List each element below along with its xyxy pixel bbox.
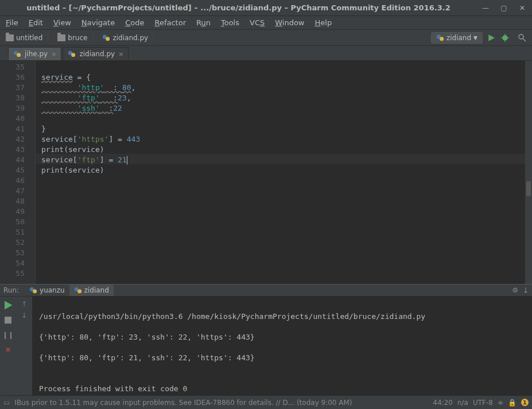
line-number: 50	[0, 217, 25, 227]
line-number: 49	[0, 207, 25, 217]
line-number: 52	[0, 237, 25, 248]
scrollbar-thumb[interactable]	[526, 181, 531, 196]
code-line: 'http' : 80,	[41, 83, 525, 93]
line-number: 37	[0, 83, 25, 93]
window-titlebar: untitled – [~/PycharmProjects/untitled] …	[0, 0, 532, 16]
menu-tools[interactable]: Tools	[219, 17, 242, 28]
line-number: 43	[0, 145, 25, 155]
run-tab-yuanzu[interactable]: yuanzu	[25, 285, 69, 296]
code-line: service = {	[41, 72, 525, 83]
folder-icon	[57, 34, 65, 41]
menu-run[interactable]: Run	[194, 17, 213, 28]
code-line	[41, 114, 525, 124]
chevron-down-icon: ▼	[473, 35, 477, 41]
run-toolbar-left: ❙❙ ✕	[0, 297, 16, 409]
gear-icon[interactable]: ⚙	[512, 286, 518, 294]
line-number: 40	[0, 114, 25, 124]
divider-icon: ≑	[498, 399, 503, 407]
notification-badge[interactable]: 1	[521, 399, 529, 406]
status-na: n/a	[457, 399, 468, 407]
svg-point-1	[106, 37, 110, 41]
run-config-label: zidiand	[446, 34, 471, 42]
code-line: service['ftp'] = 21	[41, 155, 525, 165]
menu-vcs[interactable]: VCS	[247, 17, 267, 28]
up-icon[interactable]: ↑	[21, 300, 27, 308]
svg-point-3	[440, 37, 444, 41]
run-output[interactable]: /usr/local/python3/bin/python3.6 /home/k…	[32, 297, 532, 409]
menu-refactor[interactable]: Refactor	[152, 17, 188, 28]
menu-edit[interactable]: Edit	[26, 17, 45, 28]
run-config-dropdown[interactable]: zidiand ▼	[431, 32, 483, 44]
lock-icon[interactable]: 🔒	[508, 399, 517, 407]
menu-help[interactable]: Help	[313, 17, 335, 28]
code-line: print(service)	[41, 165, 525, 176]
terminal-icon[interactable]: ▭	[3, 399, 10, 407]
navigation-bar: untitled 〉 bruce 〉 zidiand.py 〉 zidiand …	[0, 30, 532, 46]
svg-point-12	[72, 53, 76, 57]
breadcrumb-project-label: untitled	[16, 34, 42, 42]
status-encoding[interactable]: UTF-8	[473, 399, 493, 407]
python-file-icon	[29, 286, 37, 294]
editor-scrollbar[interactable]	[525, 61, 532, 284]
python-file-icon	[74, 286, 82, 294]
output-line: Process finished with exit code 0	[39, 384, 525, 394]
debug-button[interactable]	[500, 33, 510, 43]
code-line: }	[41, 124, 525, 134]
window-title: untitled – [~/PycharmProjects/untitled] …	[5, 3, 472, 12]
status-position[interactable]: 44:20	[433, 399, 453, 407]
run-body: ❙❙ ✕ ↑ ↓ /usr/local/python3/bin/python3.…	[0, 297, 532, 409]
breadcrumb-folder-label: bruce	[68, 34, 87, 42]
pause-icon[interactable]: ❙❙	[3, 330, 13, 340]
close-tab-icon[interactable]: ×	[51, 50, 56, 58]
python-file-icon	[68, 50, 76, 58]
breadcrumb-file-label: zidiand.py	[112, 34, 148, 42]
code-area[interactable]: service = { 'http' : 80, 'ftp' :23, 'ssh…	[36, 61, 525, 284]
output-line: {'http': 80, 'ftp': 21, 'ssh': 22, 'http…	[39, 353, 525, 363]
menu-navigate[interactable]: Navigate	[79, 17, 117, 28]
search-icon[interactable]	[516, 32, 529, 44]
hide-icon[interactable]: ⤓	[523, 286, 529, 294]
line-number: 41	[0, 124, 25, 134]
line-number: 54	[0, 258, 25, 268]
status-message: IBus prior to 1.5.11 may cause input pro…	[14, 399, 428, 407]
tab-label: jihe.py	[25, 50, 48, 58]
python-file-icon	[436, 34, 444, 42]
breadcrumb-folder[interactable]: bruce	[55, 33, 90, 43]
menu-window[interactable]: Window	[273, 17, 306, 28]
close-icon[interactable]: ✕	[3, 345, 13, 355]
line-number: 46	[0, 176, 25, 186]
svg-point-16	[77, 289, 81, 293]
breadcrumb-file[interactable]: zidiand.py	[100, 33, 150, 43]
python-file-icon	[13, 50, 21, 58]
line-number: 48	[0, 196, 25, 207]
run-tab-label: zidiand	[84, 286, 109, 294]
caret	[127, 156, 127, 165]
menu-code[interactable]: Code	[123, 17, 146, 28]
code-line: 'ssh' :22	[41, 103, 525, 114]
line-number: 51	[0, 227, 25, 237]
run-tab-zidiand[interactable]: zidiand	[69, 285, 114, 296]
down-icon[interactable]: ↓	[21, 311, 27, 320]
menu-view[interactable]: View	[51, 17, 73, 28]
chevron-right-icon: 〉	[46, 33, 54, 43]
line-number: 35	[0, 62, 25, 72]
menu-file[interactable]: File	[3, 17, 21, 28]
maximize-icon[interactable]: ▢	[499, 3, 509, 13]
stop-icon[interactable]	[3, 315, 13, 325]
svg-point-7	[519, 34, 523, 39]
tab-zidiand[interactable]: zidiand.py ×	[63, 47, 129, 60]
close-icon[interactable]: ✕	[517, 3, 527, 13]
editor[interactable]: 35 36 37 38 39 40 41 42 43 44 45 46 47 4…	[0, 61, 532, 284]
python-file-icon	[102, 34, 110, 42]
run-button[interactable]	[486, 33, 496, 43]
editor-tabs: jihe.py × zidiand.py ×	[0, 46, 532, 61]
run-toolbar-mid: ↑ ↓	[16, 297, 32, 409]
run-tab-label: yuanzu	[40, 286, 65, 294]
breadcrumb: untitled 〉 bruce 〉 zidiand.py 〉	[3, 33, 431, 43]
rerun-icon[interactable]	[3, 300, 13, 310]
breadcrumb-project[interactable]: untitled	[3, 33, 45, 43]
tab-jihe[interactable]: jihe.py ×	[8, 47, 61, 60]
svg-point-14	[33, 289, 37, 293]
minimize-icon[interactable]: —	[480, 3, 491, 13]
close-tab-icon[interactable]: ×	[118, 50, 123, 58]
